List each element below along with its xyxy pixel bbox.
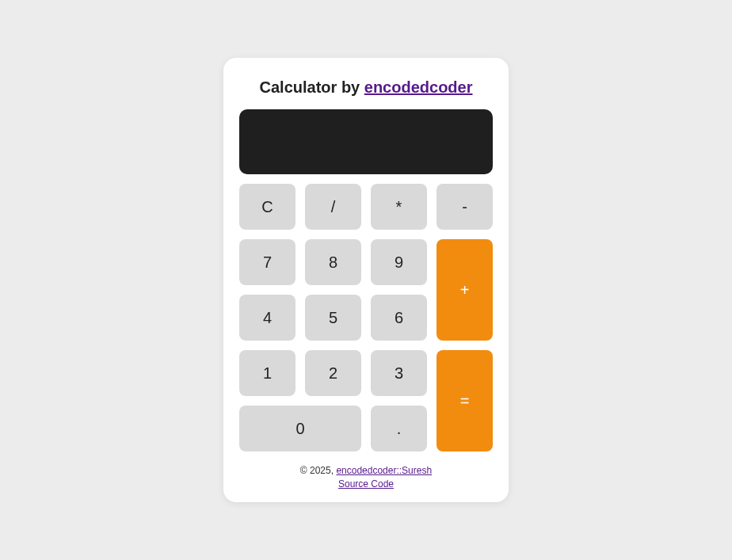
add-button[interactable]: + (437, 239, 493, 341)
footer: © 2025, encodedcoder::Suresh Source Code (239, 464, 493, 491)
calculator-app: Calculator by encodedcoder C / * - 7 8 9… (223, 58, 509, 502)
app-title: Calculator by encodedcoder (239, 74, 493, 100)
digit-4-button[interactable]: 4 (239, 295, 295, 341)
calculator-display (239, 109, 493, 174)
digit-7-button[interactable]: 7 (239, 239, 295, 285)
digit-1-button[interactable]: 1 (239, 350, 295, 396)
digit-2-button[interactable]: 2 (305, 350, 361, 396)
title-prefix: Calculator by (260, 78, 364, 96)
author-link[interactable]: encodedcoder (364, 78, 473, 96)
decimal-button[interactable]: . (371, 406, 427, 451)
copyright-text: © 2025, (300, 465, 337, 476)
digit-0-button[interactable]: 0 (239, 406, 361, 451)
subtract-button[interactable]: - (437, 184, 493, 230)
multiply-button[interactable]: * (371, 184, 427, 230)
digit-3-button[interactable]: 3 (371, 350, 427, 396)
keypad: C / * - 7 8 9 + 4 5 6 1 2 3 = 0 . (239, 184, 493, 451)
digit-6-button[interactable]: 6 (371, 295, 427, 341)
digit-5-button[interactable]: 5 (305, 295, 361, 341)
equals-button[interactable]: = (437, 350, 493, 451)
digit-9-button[interactable]: 9 (371, 239, 427, 285)
footer-author-link[interactable]: encodedcoder::Suresh (336, 465, 432, 476)
divide-button[interactable]: / (305, 184, 361, 230)
clear-button[interactable]: C (239, 184, 295, 230)
source-code-link[interactable]: Source Code (338, 478, 394, 490)
digit-8-button[interactable]: 8 (305, 239, 361, 285)
